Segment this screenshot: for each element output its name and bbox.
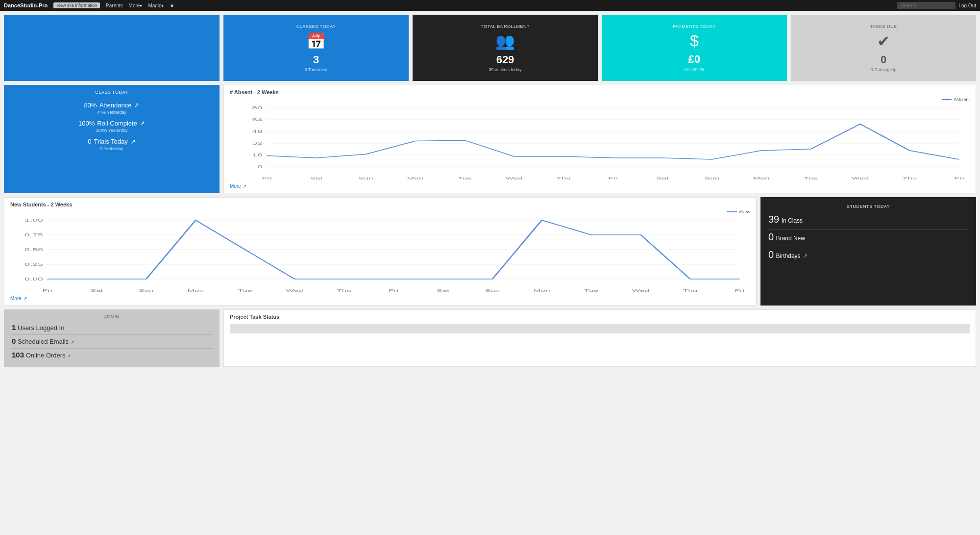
parents-link[interactable]: Parents: [106, 3, 122, 8]
svg-text:0.00: 0.00: [24, 277, 43, 281]
svg-text:Fri: Fri: [954, 176, 964, 180]
stat-card-icon: 📅: [306, 32, 326, 51]
svg-text:Sat: Sat: [437, 288, 449, 293]
logout-button[interactable]: Log Out: [958, 3, 976, 8]
search-input[interactable]: [897, 2, 956, 9]
stat-card-sub: 39 in class today: [489, 67, 521, 72]
new-students-more-link[interactable]: More ↗: [10, 296, 750, 301]
admin-header: ADMIN: [12, 314, 212, 319]
new-students-chart-container: 0.000.250.500.751.00FriSatSunMonTueWedTh…: [10, 215, 750, 294]
stat-card-sub: 8 Tomorrow: [305, 67, 328, 72]
svg-text:Fri: Fri: [735, 288, 744, 293]
svg-text:48: 48: [252, 129, 263, 134]
svg-text:Tue: Tue: [804, 176, 818, 180]
svg-text:0: 0: [257, 164, 263, 169]
svg-text:Thu: Thu: [337, 288, 351, 293]
svg-text:Thu: Thu: [556, 176, 571, 180]
svg-text:Sat: Sat: [310, 176, 322, 180]
stat-card-title: TOTAL ENROLLMENT: [481, 24, 530, 29]
attendance-sub: 44% Yesterday: [12, 110, 212, 115]
new-students-panel: New Students - 2 Weeks #New 0.000.250.50…: [4, 197, 757, 306]
navbar-right: Log Out: [897, 2, 976, 9]
roll-value: 100% Roll Complete ↗: [12, 118, 212, 128]
blue-banner: [4, 15, 220, 81]
stat-card-icon: $: [690, 32, 699, 50]
svg-text:Wed: Wed: [506, 176, 523, 180]
admin-panel: ADMIN 1 Users Logged In 0 Scheduled Emai…: [4, 309, 220, 367]
stat-card-total-enrollment: TOTAL ENROLLMENT 👥 629 39 in class today: [413, 15, 598, 81]
svg-text:Tue: Tue: [584, 288, 598, 293]
stat-card-value: £0: [688, 53, 700, 66]
project-task-panel: Project Task Status: [223, 309, 976, 367]
svg-text:Wed: Wed: [632, 288, 649, 293]
svg-text:80: 80: [252, 105, 263, 110]
svg-text:64: 64: [252, 117, 263, 122]
stat-card-title: TASKS DUE: [870, 24, 897, 29]
svg-text:Wed: Wed: [286, 288, 303, 293]
svg-text:0.25: 0.25: [24, 262, 43, 267]
roll-stat: 100% Roll Complete ↗ 100% Yesterday: [12, 118, 212, 133]
svg-text:Wed: Wed: [852, 176, 869, 180]
top-row: CLASSES TODAY 📅 3 8 Tomorrow TOTAL ENROL…: [4, 15, 976, 81]
svg-text:1.00: 1.00: [24, 218, 43, 223]
stat-card-title: PAYMENTS TODAY: [673, 24, 716, 29]
stat-card-icon: 👥: [495, 32, 515, 51]
attendance-stat: 83% Attendance ↗ 44% Yesterday: [12, 100, 212, 115]
svg-text:Tue: Tue: [238, 288, 252, 293]
svg-text:16: 16: [252, 153, 263, 157]
new-legend: #New: [727, 209, 750, 214]
stat-card-classes-today: CLASSES TODAY 📅 3 8 Tomorrow: [223, 15, 409, 81]
class-today-panel: CLASS TODAY 83% Attendance ↗ 44% Yesterd…: [4, 85, 220, 193]
users-stat: 1 Users Logged In: [12, 323, 212, 331]
svg-text:Fri: Fri: [389, 288, 398, 293]
svg-text:Fri: Fri: [42, 288, 52, 293]
svg-text:Thu: Thu: [683, 288, 698, 293]
absent-chart-panel: # Absent - 2 Weeks #Absent 01632486480Fr…: [223, 85, 976, 193]
svg-text:Sat: Sat: [656, 176, 669, 180]
magic-dropdown[interactable]: Magic▾: [148, 3, 164, 8]
emails-stat: 0 Scheduled Emails ↗: [12, 337, 212, 345]
brand-new-stat: 0 Brand New: [768, 231, 968, 243]
svg-text:Sun: Sun: [485, 288, 500, 293]
view-site-button[interactable]: View site information: [53, 2, 100, 8]
svg-text:Fri: Fri: [608, 176, 618, 180]
class-today-header: CLASS TODAY: [12, 90, 212, 95]
svg-text:Mon: Mon: [753, 176, 770, 180]
favorites-star[interactable]: ★: [170, 2, 174, 9]
svg-text:Fri: Fri: [262, 176, 271, 180]
stat-card-value: 629: [496, 53, 514, 66]
stat-card-sub: 0% Online: [684, 67, 705, 72]
absent-chart-container: 01632486480FriSatSunMonTueWedThuFriSatSu…: [230, 103, 970, 181]
stat-card-title: CLASSES TODAY: [296, 24, 336, 29]
stat-card-sub: 0 Coming Up: [871, 67, 897, 72]
birthdays-stat: 0 Birthdays ↗: [768, 249, 968, 260]
second-row: New Students - 2 Weeks #New 0.000.250.50…: [4, 197, 976, 306]
stat-card-value: 3: [313, 53, 319, 66]
in-class-stat: 39 In Class: [768, 214, 968, 225]
svg-text:Sat: Sat: [90, 288, 103, 293]
stat-card-value: 0: [881, 53, 886, 66]
navbar: DanceStudio-Pro View site information Pa…: [0, 0, 980, 11]
trials-value: 0 Trials Today ↗: [12, 136, 212, 146]
brand-logo: DanceStudio-Pro: [4, 2, 48, 8]
trials-sub: 0 Yesterday: [12, 146, 212, 151]
main-page: CLASSES TODAY 📅 3 8 Tomorrow TOTAL ENROL…: [0, 11, 980, 371]
project-task-bar: [230, 324, 970, 333]
absent-more-link[interactable]: More ↗: [230, 183, 970, 189]
roll-sub: 100% Yesterday: [12, 128, 212, 133]
more-dropdown[interactable]: More▾: [129, 3, 143, 8]
project-task-title: Project Task Status: [230, 314, 970, 320]
svg-text:Mon: Mon: [188, 288, 204, 293]
svg-text:Mon: Mon: [407, 176, 424, 180]
students-today-panel: STUDENTS TODAY 39 In Class 0 Brand New 0…: [760, 197, 976, 306]
svg-text:Sun: Sun: [358, 176, 373, 180]
absent-chart-title: # Absent - 2 Weeks: [230, 89, 970, 95]
svg-text:0.75: 0.75: [24, 232, 43, 237]
trials-stat: 0 Trials Today ↗ 0 Yesterday: [12, 136, 212, 151]
attendance-value: 83% Attendance ↗: [12, 100, 212, 110]
svg-text:Tue: Tue: [458, 176, 472, 180]
bottom-row: ADMIN 1 Users Logged In 0 Scheduled Emai…: [4, 309, 976, 367]
navbar-left: DanceStudio-Pro View site information Pa…: [4, 2, 174, 9]
svg-text:Sun: Sun: [704, 176, 719, 180]
svg-text:Sun: Sun: [139, 288, 154, 293]
